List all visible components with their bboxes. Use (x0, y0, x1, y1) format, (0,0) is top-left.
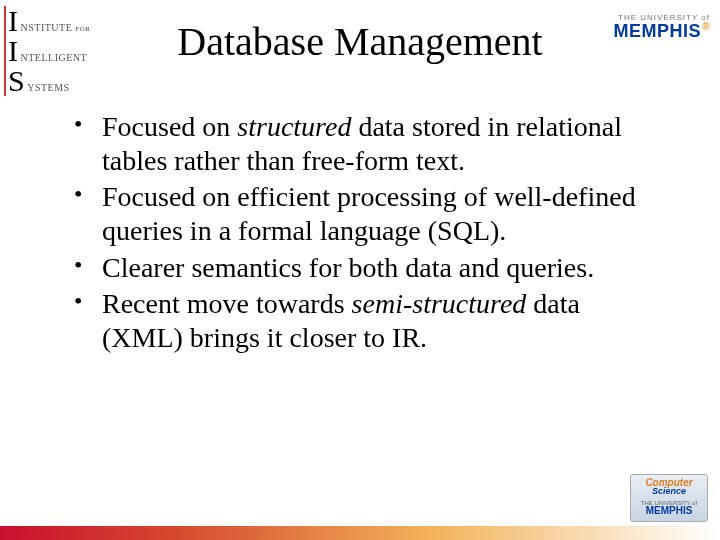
bottom-accent-bar (0, 526, 720, 540)
bullet-list: Focused on structured data stored in rel… (70, 110, 660, 355)
bullet-item: Clearer semantics for both data and quer… (70, 251, 660, 285)
bullet-text-segment: structured (237, 111, 351, 142)
bullet-text-segment: Clearer semantics for both data and quer… (102, 252, 594, 283)
bullet-item: Recent move towards semi-structured data… (70, 287, 660, 355)
slide: I NSTITUTE for I NTELLIGENT S YSTEMS THE… (0, 0, 720, 540)
slide-title: Database Management (0, 18, 720, 65)
cs-badge-line4: MEMPHIS (635, 506, 703, 516)
bullet-item: Focused on structured data stored in rel… (70, 110, 660, 178)
slide-body: Focused on structured data stored in rel… (70, 110, 660, 357)
cs-badge-line2: Science (635, 487, 703, 496)
bullet-text-segment: semi-structured (352, 288, 527, 319)
bullet-item: Focused on efficient processing of well-… (70, 180, 660, 248)
bullet-text-segment: Recent move towards (102, 288, 352, 319)
bullet-text-segment: Focused on (102, 111, 237, 142)
cs-memphis-badge: Computer Science THE UNIVERSITY of MEMPH… (630, 474, 708, 522)
bullet-text-segment: Focused on efficient processing of well-… (102, 181, 636, 246)
iis-line3-small: YSTEMS (27, 83, 69, 93)
iis-line3-big: S (8, 66, 25, 96)
